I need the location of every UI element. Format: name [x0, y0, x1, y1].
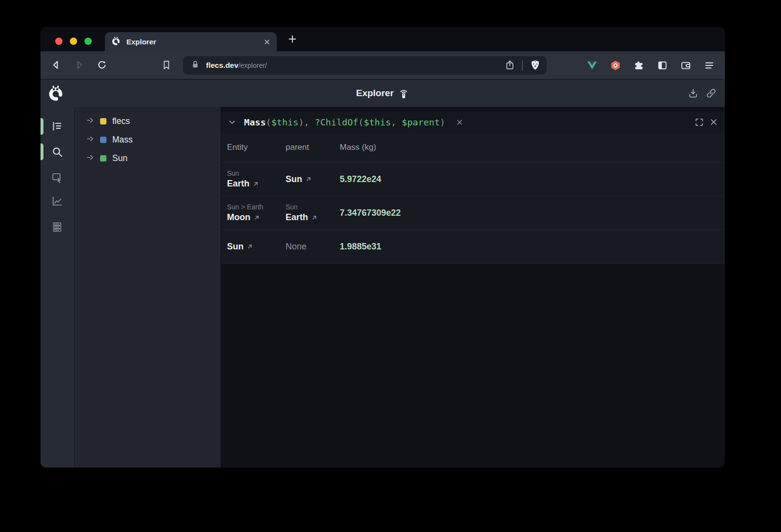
close-icon[interactable] — [709, 117, 719, 127]
menu-icon[interactable] — [703, 60, 715, 71]
query-token: ) — [440, 117, 445, 127]
address-bar-divider — [522, 60, 523, 71]
copy-link-icon[interactable] — [705, 87, 717, 99]
puzzle-extensions-icon[interactable] — [633, 60, 645, 71]
parent-name[interactable]: Sun — [286, 174, 340, 184]
query-results-table: Entity parent Mass (kg) Sun Earth Sun 5.… — [221, 133, 725, 264]
download-icon[interactable] — [687, 87, 699, 99]
expand-arrow-icon[interactable] — [85, 152, 96, 164]
tree-item[interactable]: Sun — [75, 149, 221, 167]
mass-value: 1.9885e31 — [340, 242, 381, 251]
browser-tab[interactable]: Explorer — [105, 32, 277, 51]
column-header-entity: Entity — [221, 143, 286, 152]
chart-icon[interactable] — [51, 195, 63, 207]
search-icon[interactable] — [51, 145, 63, 158]
query-header: Mass($this), ?ChildOf($this, $parent) — [221, 111, 725, 133]
tree-panel-icon[interactable] — [51, 120, 63, 133]
mass-value: 7.34767309e22 — [340, 208, 401, 218]
address-bar[interactable]: flecs.dev/explorer/ — [183, 56, 547, 75]
main-content: flecs Mass Sun Mass($this), ?ChildOf($th… — [41, 107, 725, 468]
external-link-icon — [306, 176, 311, 182]
browser-toolbar: flecs.dev/explorer/ — [41, 51, 725, 79]
query-token: $this — [271, 117, 299, 127]
external-link-icon — [311, 215, 317, 221]
sidebar-toggle-icon[interactable] — [657, 60, 668, 71]
column-header-parent: parent — [286, 143, 340, 152]
entity-name[interactable]: Moon — [227, 212, 286, 223]
entity-name[interactable]: Earth — [227, 179, 286, 189]
reload-button[interactable] — [96, 59, 108, 71]
tab-close-icon[interactable] — [264, 39, 270, 45]
mass-value: 5.9722e24 — [340, 174, 381, 184]
active-panel-indicator — [41, 118, 43, 135]
tree-item-color — [100, 118, 106, 124]
chevron-down-icon[interactable] — [227, 118, 237, 127]
tree-item-color — [100, 137, 106, 143]
back-button[interactable] — [50, 59, 62, 71]
forward-button[interactable] — [73, 59, 85, 71]
url-text: flecs.dev/explorer/ — [206, 61, 500, 70]
tree-item-label: Sun — [112, 153, 127, 164]
new-tab-button[interactable] — [287, 34, 298, 44]
bookmark-icon[interactable] — [161, 59, 172, 71]
tab-title: Explorer — [126, 38, 258, 46]
browser-window: Explorer flecs.dev/explorer/ — [41, 27, 725, 468]
page-title: Explorer — [356, 88, 393, 99]
active-panel-indicator — [41, 143, 43, 160]
tree-item-label: Mass — [112, 135, 133, 145]
query-expression[interactable]: Mass($this), ?ChildOf($this, $parent) — [244, 117, 445, 127]
column-header-mass: Mass (kg) — [340, 143, 725, 152]
parent-name[interactable]: Earth — [286, 212, 340, 223]
expand-arrow-icon[interactable] — [85, 134, 96, 146]
query-token: $parent — [402, 117, 440, 127]
query-panel: Mass($this), ?ChildOf($this, $parent) En… — [221, 107, 725, 468]
remote-connection-icon[interactable] — [398, 88, 410, 99]
query-token: ( — [358, 117, 364, 127]
query-token: , — [304, 117, 315, 127]
tree-item-color — [100, 155, 106, 162]
icon-sidebar — [41, 107, 74, 468]
table-header: Entity parent Mass (kg) — [221, 133, 725, 162]
table-row: Sun Earth Sun 5.9722e24 — [221, 162, 725, 196]
external-link-icon — [254, 215, 260, 221]
app-header: Explorer — [41, 79, 725, 107]
entity-path: Sun > Earth — [227, 203, 286, 211]
entity-path: Sun — [227, 169, 286, 177]
tree-item-label: flecs — [112, 116, 130, 126]
traffic-light-close[interactable] — [55, 38, 62, 45]
table-row: Sun None 1.9885e31 — [221, 229, 725, 263]
url-domain: flecs.dev — [206, 61, 238, 69]
brave-shield-icon[interactable] — [529, 59, 541, 71]
stats-icon[interactable] — [51, 221, 63, 233]
tab-strip: Explorer — [41, 27, 725, 51]
query-clear-icon[interactable] — [455, 118, 464, 126]
flecs-favicon-icon — [111, 36, 121, 48]
entity-tree-panel: flecs Mass Sun — [74, 107, 221, 468]
external-link-icon — [247, 244, 253, 249]
query-token: $this — [364, 117, 391, 127]
expand-arrow-icon[interactable] — [85, 115, 96, 127]
entity-name[interactable]: Sun — [227, 242, 286, 252]
external-link-icon — [253, 181, 259, 187]
traffic-light-zoom[interactable] — [84, 38, 92, 45]
query-token: ) — [298, 117, 304, 127]
lock-icon — [190, 59, 201, 72]
tree-item[interactable]: flecs — [75, 112, 221, 130]
expand-icon[interactable] — [694, 117, 704, 127]
hexagon-extension-icon[interactable] — [610, 60, 621, 71]
inspector-icon[interactable] — [51, 171, 63, 184]
parent-name: None — [286, 242, 340, 252]
parent-path: Sun — [286, 203, 340, 211]
tree-item[interactable]: Mass — [75, 130, 221, 149]
query-token: Mass — [244, 117, 266, 127]
extension-icons — [586, 60, 715, 71]
share-icon[interactable] — [504, 60, 515, 71]
vue-devtools-icon[interactable] — [586, 60, 598, 71]
table-row: Sun > Earth Moon Sun Earth 7.34767309e22 — [221, 196, 725, 229]
wallet-icon[interactable] — [680, 60, 692, 71]
flecs-logo-icon — [47, 84, 65, 104]
traffic-light-minimize[interactable] — [70, 38, 77, 45]
traffic-lights — [55, 38, 92, 45]
query-token: ?ChildOf — [315, 117, 358, 127]
query-token: , — [391, 117, 402, 127]
